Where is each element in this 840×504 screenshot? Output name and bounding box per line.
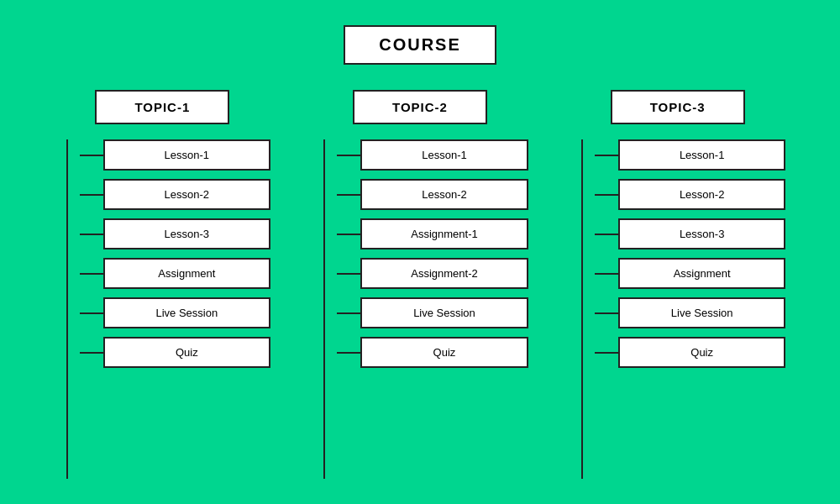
tree-item-2-4: Assignment-2 <box>337 258 528 289</box>
connector-3-5 <box>595 312 618 314</box>
leaf-box-2-1: Lesson-1 <box>360 139 528 171</box>
tree-wrapper-3: Lesson-1Lesson-2Lesson-3AssignmentLive S… <box>570 139 786 479</box>
items-list-3: Lesson-1Lesson-2Lesson-3AssignmentLive S… <box>595 139 786 479</box>
tree-item-1-5: Live Session <box>80 297 271 328</box>
leaf-box-2-5: Live Session <box>360 297 528 328</box>
tree-item-1-3: Lesson-3 <box>80 218 271 249</box>
tree-item-2-6: Quiz <box>337 337 528 368</box>
vline-2 <box>323 139 325 479</box>
connector-3-6 <box>595 352 618 354</box>
tree-item-3-4: Assignment <box>595 258 786 289</box>
leaf-box-1-6: Quiz <box>103 337 271 368</box>
leaf-box-2-3: Assignment-1 <box>360 218 528 249</box>
connector-1-3 <box>80 234 103 235</box>
leaf-box-1-1: Lesson-1 <box>103 139 271 171</box>
connector-1-1 <box>80 155 103 156</box>
topic-column-3: TOPIC-3Lesson-1Lesson-2Lesson-3Assignmen… <box>570 90 786 479</box>
tree-wrapper-1: Lesson-1Lesson-2Lesson-3AssignmentLive S… <box>55 139 271 479</box>
vline-1 <box>66 139 68 479</box>
leaf-box-3-3: Lesson-3 <box>618 218 786 249</box>
leaf-box-1-5: Live Session <box>103 297 271 328</box>
tree-item-1-2: Lesson-2 <box>80 179 271 210</box>
tree-item-3-1: Lesson-1 <box>595 139 786 171</box>
topics-row: TOPIC-1Lesson-1Lesson-2Lesson-3Assignmen… <box>34 90 806 479</box>
vline-3 <box>581 139 583 479</box>
connector-2-1 <box>337 155 360 156</box>
connector-1-4 <box>80 273 103 275</box>
connector-3-1 <box>595 155 618 156</box>
leaf-box-1-3: Lesson-3 <box>103 218 271 249</box>
tree-item-1-4: Assignment <box>80 258 271 289</box>
connector-3-2 <box>595 194 618 196</box>
tree-wrapper-2: Lesson-1Lesson-2Assignment-1Assignment-2… <box>312 139 528 479</box>
tree-item-1-1: Lesson-1 <box>80 139 271 171</box>
topic-box-2: TOPIC-2 <box>353 90 487 124</box>
leaf-box-3-2: Lesson-2 <box>618 179 786 210</box>
connector-1-2 <box>80 194 103 196</box>
tree-item-2-2: Lesson-2 <box>337 179 528 210</box>
leaf-box-3-1: Lesson-1 <box>618 139 786 171</box>
connector-2-4 <box>337 273 360 275</box>
connector-1-5 <box>80 312 103 314</box>
connector-1-6 <box>80 352 103 354</box>
tree-item-3-3: Lesson-3 <box>595 218 786 249</box>
connector-3-3 <box>595 234 618 235</box>
course-title: COURSE <box>379 35 461 54</box>
tree-item-3-5: Live Session <box>595 297 786 328</box>
tree-item-3-6: Quiz <box>595 337 786 368</box>
leaf-box-2-4: Assignment-2 <box>360 258 528 289</box>
vline-col-3 <box>570 139 595 479</box>
course-box: COURSE <box>344 25 496 65</box>
tree-item-2-1: Lesson-1 <box>337 139 528 171</box>
connector-3-4 <box>595 273 618 275</box>
connector-2-6 <box>337 352 360 354</box>
connector-2-2 <box>337 194 360 196</box>
leaf-box-3-5: Live Session <box>618 297 786 328</box>
topic-box-1: TOPIC-1 <box>95 90 229 124</box>
topic-column-1: TOPIC-1Lesson-1Lesson-2Lesson-3Assignmen… <box>55 90 271 479</box>
vline-col-2 <box>312 139 337 479</box>
leaf-box-3-4: Assignment <box>618 258 786 289</box>
tree-item-1-6: Quiz <box>80 337 271 368</box>
topic-column-2: TOPIC-2Lesson-1Lesson-2Assignment-1Assig… <box>312 90 528 479</box>
leaf-box-3-6: Quiz <box>618 337 786 368</box>
leaf-box-1-4: Assignment <box>103 258 271 289</box>
leaf-box-2-6: Quiz <box>360 337 528 368</box>
topic-box-3: TOPIC-3 <box>611 90 745 124</box>
tree-item-2-3: Assignment-1 <box>337 218 528 249</box>
leaf-box-1-2: Lesson-2 <box>103 179 271 210</box>
items-list-2: Lesson-1Lesson-2Assignment-1Assignment-2… <box>337 139 528 479</box>
connector-2-5 <box>337 312 360 314</box>
tree-item-2-5: Live Session <box>337 297 528 328</box>
leaf-box-2-2: Lesson-2 <box>360 179 528 210</box>
items-list-1: Lesson-1Lesson-2Lesson-3AssignmentLive S… <box>80 139 271 479</box>
vline-col-1 <box>55 139 80 479</box>
connector-2-3 <box>337 234 360 235</box>
diagram: COURSE TOPIC-1Lesson-1Lesson-2Lesson-3As… <box>0 0 840 504</box>
tree-item-3-2: Lesson-2 <box>595 179 786 210</box>
